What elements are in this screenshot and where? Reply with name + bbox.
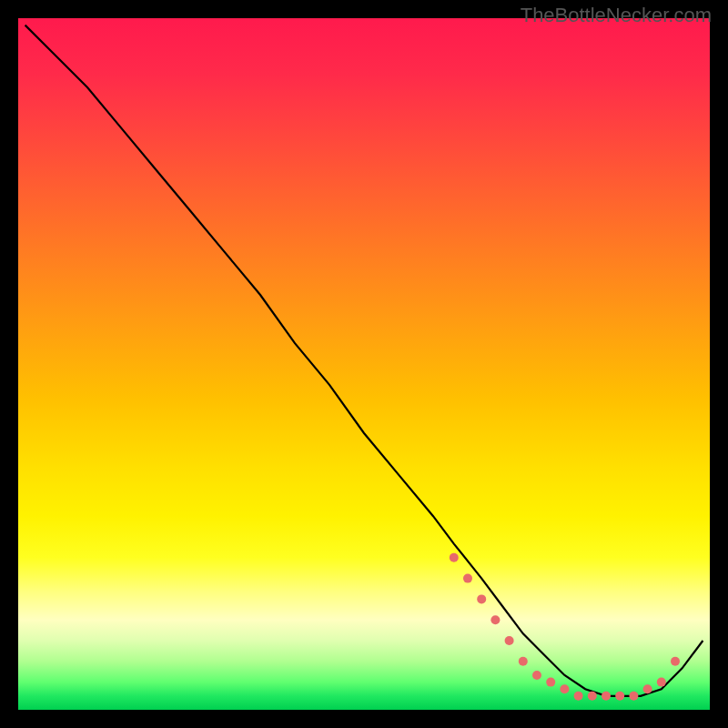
marker-dot [629, 692, 638, 701]
marker-dot [546, 678, 555, 687]
marker-dot [657, 678, 666, 687]
marker-dots [450, 553, 680, 701]
marker-dot [602, 692, 611, 701]
marker-dot [463, 574, 472, 583]
marker-dot [450, 553, 459, 562]
marker-dot [560, 684, 569, 693]
marker-dot [505, 636, 514, 645]
marker-dot [671, 657, 680, 666]
marker-dot [643, 684, 652, 693]
marker-dot [588, 692, 597, 701]
marker-dot [519, 657, 528, 666]
watermark-text: TheBottleNecker.com [521, 4, 712, 27]
marker-dot [615, 692, 624, 701]
marker-dot [477, 594, 486, 603]
chart-svg [18, 18, 710, 710]
marker-dot [574, 692, 583, 701]
curve-line [25, 25, 703, 696]
marker-dot [490, 615, 500, 624]
marker-dot [532, 671, 541, 680]
